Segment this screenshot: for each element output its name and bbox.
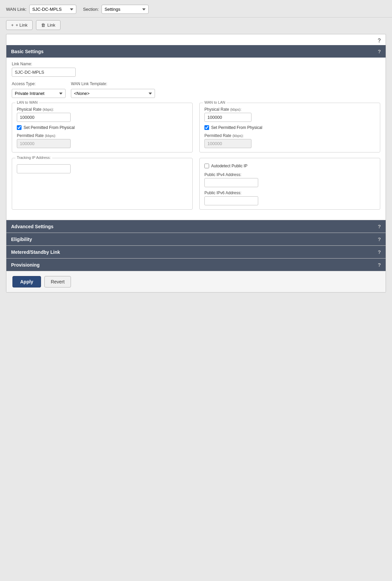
apply-button[interactable]: Apply xyxy=(12,276,41,287)
delete-link-label: Link xyxy=(47,23,55,28)
wan-physical-rate-label: Physical Rate (kbps): xyxy=(204,107,375,112)
basic-settings-header[interactable]: Basic Settings ? xyxy=(6,45,386,58)
basic-settings-help: ? xyxy=(378,48,381,54)
autodetect-label: Autodetect Public IP xyxy=(211,164,247,168)
wan-permitted-rate-input[interactable] xyxy=(204,139,251,148)
tracking-ip-input[interactable] xyxy=(17,164,71,173)
basic-settings-title: Basic Settings xyxy=(11,49,43,54)
lan-physical-rate-field: Physical Rate (kbps): xyxy=(17,107,188,122)
lan-set-permitted-checkbox[interactable] xyxy=(17,125,22,130)
link-name-input[interactable] xyxy=(12,68,76,77)
ipv6-label: Public IPv6 Address: xyxy=(204,191,375,195)
metered-standby-section: Metered/Standby Link ? xyxy=(6,245,386,258)
advanced-settings-title: Advanced Settings xyxy=(11,224,53,229)
bottom-panels-row: Tracking IP Address: Autodetect Public I… xyxy=(12,158,380,210)
bottom-bar: Apply Revert xyxy=(6,271,386,292)
advanced-settings-header[interactable]: Advanced Settings ? xyxy=(6,220,386,233)
lan-permitted-rate-input[interactable] xyxy=(17,139,71,148)
wan-physical-rate-input[interactable] xyxy=(204,113,251,122)
help-icon-top[interactable]: ? xyxy=(6,34,386,45)
wan-template-group: WAN Link Template: <None> xyxy=(71,81,155,98)
advanced-settings-section: Advanced Settings ? xyxy=(6,220,386,233)
basic-settings-body: Link Name: Access Type: Private Intranet… xyxy=(6,58,386,220)
eligibility-help: ? xyxy=(378,236,381,242)
wan-set-permitted-row: Set Permitted From Physical xyxy=(204,125,375,130)
lan-to-wan-title: LAN to WAN xyxy=(15,100,39,104)
lan-set-permitted-label: Set Permitted From Physical xyxy=(24,125,75,130)
provisioning-header[interactable]: Provisioning ? xyxy=(6,259,386,271)
ipv6-field: Public IPv6 Address: xyxy=(204,191,375,205)
revert-button[interactable]: Revert xyxy=(44,276,71,287)
main-content: ? Basic Settings ? Link Name: Access Typ… xyxy=(6,34,386,293)
metered-standby-title: Metered/Standby Link xyxy=(11,249,60,255)
section-group: Section: Settings xyxy=(83,5,149,14)
access-type-label: Access Type: xyxy=(12,81,66,86)
add-link-label: + Link xyxy=(16,23,28,28)
lan-permitted-rate-field: Permitted Rate (kbps): xyxy=(17,133,188,148)
basic-settings-section: Basic Settings ? Link Name: Access Type:… xyxy=(6,45,386,220)
wan-set-permitted-label: Set Permitted From Physical xyxy=(211,125,262,130)
top-bar: WAN Link: SJC-DC-MPLS Section: Settings xyxy=(0,0,392,18)
link-name-label: Link Name: xyxy=(12,62,380,66)
wan-template-select[interactable]: <None> xyxy=(71,89,155,98)
wan-permitted-rate-field: Permitted Rate (kbps): xyxy=(204,133,375,148)
autodetect-checkbox[interactable] xyxy=(204,164,209,168)
metered-standby-help: ? xyxy=(378,249,381,255)
section-label: Section: xyxy=(83,7,99,12)
access-type-select[interactable]: Private Intranet xyxy=(12,89,66,98)
wan-link-select[interactable]: SJC-DC-MPLS xyxy=(29,5,76,14)
wan-set-permitted-checkbox[interactable] xyxy=(204,125,209,130)
wan-permitted-rate-label: Permitted Rate (kbps): xyxy=(204,133,375,138)
section-select[interactable]: Settings xyxy=(102,5,149,14)
plus-icon: + xyxy=(11,23,14,28)
advanced-settings-help: ? xyxy=(378,224,381,229)
trash-icon: 🗑 xyxy=(41,23,45,28)
lan-physical-rate-label: Physical Rate (kbps): xyxy=(17,107,188,112)
public-ip-panel: Autodetect Public IP Public IPv4 Address… xyxy=(199,158,380,210)
eligibility-title: Eligibility xyxy=(11,237,32,242)
wan-link-group: WAN Link: SJC-DC-MPLS xyxy=(6,5,76,14)
provisioning-title: Provisioning xyxy=(11,262,40,268)
lan-physical-rate-input[interactable] xyxy=(17,113,71,122)
eligibility-header[interactable]: Eligibility ? xyxy=(6,233,386,245)
autodetect-row: Autodetect Public IP xyxy=(204,164,375,168)
eligibility-section: Eligibility ? xyxy=(6,233,386,245)
ipv6-input[interactable] xyxy=(204,196,258,205)
rate-panels-row: LAN to WAN Physical Rate (kbps): Set Per… xyxy=(12,103,380,152)
provisioning-section: Provisioning ? xyxy=(6,258,386,271)
access-type-row: Access Type: Private Intranet WAN Link T… xyxy=(12,81,380,98)
lan-to-wan-panel: LAN to WAN Physical Rate (kbps): Set Per… xyxy=(12,103,193,152)
delete-link-button[interactable]: 🗑 Link xyxy=(36,20,61,30)
lan-set-permitted-row: Set Permitted From Physical xyxy=(17,125,188,130)
provisioning-help: ? xyxy=(378,262,381,268)
ipv4-field: Public IPv4 Address: xyxy=(204,172,375,187)
wan-to-lan-title: WAN to LAN xyxy=(203,100,227,104)
add-link-button[interactable]: + + Link xyxy=(6,20,33,30)
tracking-ip-panel: Tracking IP Address: xyxy=(12,158,193,210)
lan-permitted-rate-label: Permitted Rate (kbps): xyxy=(17,133,188,138)
wan-physical-rate-field: Physical Rate (kbps): xyxy=(204,107,375,122)
wan-to-lan-panel: WAN to LAN Physical Rate (kbps): Set Per… xyxy=(199,103,380,152)
ipv4-input[interactable] xyxy=(204,178,258,187)
tracking-ip-title: Tracking IP Address: xyxy=(15,156,52,160)
wan-link-label: WAN Link: xyxy=(6,7,27,12)
metered-standby-header[interactable]: Metered/Standby Link ? xyxy=(6,246,386,258)
ipv4-label: Public IPv4 Address: xyxy=(204,172,375,177)
link-name-field: Link Name: xyxy=(12,62,380,77)
wan-template-label: WAN Link Template: xyxy=(71,81,155,86)
access-type-group: Access Type: Private Intranet xyxy=(12,81,66,98)
help-icon: ? xyxy=(378,38,381,43)
toolbar: + + Link 🗑 Link xyxy=(0,18,392,34)
